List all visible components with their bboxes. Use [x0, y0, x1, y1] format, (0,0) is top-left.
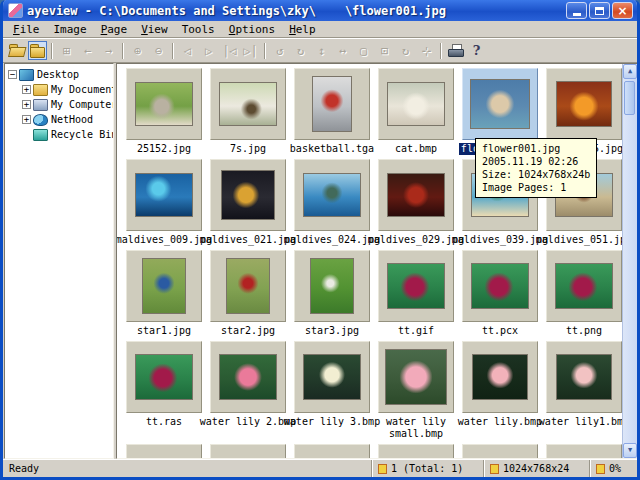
page-icon: [490, 464, 499, 474]
tree-item-label: Recycle Bin: [51, 129, 114, 140]
scroll-down-button[interactable]: ▼: [623, 443, 637, 458]
thumbnail-grid: 25152.jpg7s.jpgbasketball.tgacat.bmpflow…: [117, 64, 637, 459]
thumbnail-item-partial[interactable]: [290, 444, 374, 459]
thumbnail-item[interactable]: maldives_029.jpg: [374, 159, 458, 246]
thumbnail-frame: [546, 68, 622, 140]
tree-item-desktop[interactable]: −Desktop: [5, 67, 113, 82]
menu-bar: FileImagePageViewToolsOptionsHelp: [3, 21, 637, 38]
tree-item-nethood[interactable]: +NetHood: [5, 112, 113, 127]
minimize-button[interactable]: [566, 2, 587, 19]
scroll-up-button[interactable]: ▲: [623, 64, 637, 79]
thumbnail-photo: [303, 354, 361, 400]
print-button[interactable]: [446, 41, 465, 60]
thumbnail-item[interactable]: tt.ras: [122, 341, 206, 440]
thumbnail-frame: [378, 250, 454, 322]
menu-help[interactable]: Help: [282, 22, 323, 37]
menu-options[interactable]: Options: [222, 22, 282, 37]
thumbnail-item[interactable]: water lily1.bmp: [542, 341, 626, 440]
thumbnail-frame: [378, 68, 454, 140]
tree-item-my-computer[interactable]: +My Computer: [5, 97, 113, 112]
thumbnail-photo: [219, 82, 277, 126]
thumbnail-item-partial[interactable]: [206, 444, 290, 459]
thumbnail-item[interactable]: star1.jpg: [122, 250, 206, 337]
expand-box[interactable]: +: [22, 85, 31, 94]
rotate-left-icon: ↺: [276, 45, 283, 57]
desktop-icon: [19, 69, 34, 81]
thumbnail-photo: [385, 349, 447, 405]
thumbnail-item[interactable]: maldives_009.jpg: [122, 159, 206, 246]
tree-item-recycle-bin[interactable]: Recycle Bin: [5, 127, 113, 142]
thumbnail-item[interactable]: cat.bmp: [374, 68, 458, 155]
thumbnail-item[interactable]: star3.jpg: [290, 250, 374, 337]
page-icon: [596, 464, 605, 474]
browse-folders-button[interactable]: [28, 41, 47, 60]
arrows-horizontal-icon: ↔: [339, 45, 346, 57]
close-button[interactable]: ×: [612, 2, 633, 19]
thumbnail-item[interactable]: basketball.tga: [290, 68, 374, 155]
rotate-right-button: ↻: [291, 41, 310, 60]
thumbnail-item[interactable]: 25152.jpg: [122, 68, 206, 155]
page-add-icon: ⊡: [381, 45, 388, 57]
toolbar-separator: [264, 43, 266, 59]
pages-icon: ⊞: [63, 45, 70, 57]
thumbnail-photo: [312, 76, 352, 132]
thumbnail-item[interactable]: star2.jpg: [206, 250, 290, 337]
thumbnail-frame: [210, 444, 286, 459]
collapse-box[interactable]: −: [8, 70, 17, 79]
menu-view[interactable]: View: [134, 22, 175, 37]
title-bar[interactable]: ayeview - C:\Documents and Settings\zky\…: [3, 0, 637, 21]
refresh-button: ↻: [396, 41, 415, 60]
thumbnail-item[interactable]: maldives_021.jpg: [206, 159, 290, 246]
triangle-bar-right-icon: ▷|: [243, 45, 257, 57]
thumbnail-item[interactable]: tt.pcx: [458, 250, 542, 337]
tree-item-my-document[interactable]: +My Document: [5, 82, 113, 97]
expand-box[interactable]: +: [22, 100, 31, 109]
scrollbar-thumb[interactable]: [624, 81, 635, 115]
fit-height-button: ↕: [312, 41, 331, 60]
chevron-down-icon: ▼: [628, 447, 632, 454]
thumbnail-frame: [294, 159, 370, 231]
thumbnail-item[interactable]: water lily small.bmp: [374, 341, 458, 440]
scrollbar-track[interactable]: [623, 79, 637, 443]
thumbnail-photo: [556, 81, 612, 127]
vertical-scrollbar[interactable]: ▲ ▼: [622, 64, 637, 458]
thumbnail-label: maldives_051.jpg: [535, 234, 633, 246]
status-panel: 1024x768x24: [483, 460, 589, 477]
thumbnail-item[interactable]: tt.png: [542, 250, 626, 337]
crosshair-icon: ⊹: [421, 45, 431, 57]
thumbnail-item[interactable]: tt.gif: [374, 250, 458, 337]
next-image-button: ▷: [199, 41, 218, 60]
zoom-in-button: ⊕: [128, 41, 147, 60]
thumbnail-frame: [462, 444, 538, 459]
thumbnail-item-partial[interactable]: [374, 444, 458, 459]
thumbnail-photo: [135, 173, 193, 217]
forward-button: →: [99, 41, 118, 60]
menu-tools[interactable]: Tools: [175, 22, 222, 37]
thumbnail-photo: [226, 258, 270, 314]
thumbnail-item-partial[interactable]: [458, 444, 542, 459]
thumbnail-frame: [210, 159, 286, 231]
fit-width-button: ↔: [333, 41, 352, 60]
open-button[interactable]: [7, 41, 26, 60]
menu-file[interactable]: File: [6, 22, 47, 37]
help-button[interactable]: ?: [467, 41, 486, 60]
thumbnail-item[interactable]: water lily.bmp: [458, 341, 542, 440]
thumbnail-item-partial[interactable]: [122, 444, 206, 459]
thumbnail-item[interactable]: water lily 3.bmp: [290, 341, 374, 440]
previous-image-button: ◁: [178, 41, 197, 60]
thumbnail-item[interactable]: water lily 2.bmp: [206, 341, 290, 440]
restore-button[interactable]: [589, 2, 610, 19]
thumbnail-item-partial[interactable]: [542, 444, 626, 459]
arrow-left-icon: ←: [84, 45, 91, 57]
thumbnail-frame: [294, 341, 370, 413]
expand-box[interactable]: +: [22, 115, 31, 124]
menu-page[interactable]: Page: [94, 22, 135, 37]
thumbnail-item[interactable]: maldives_024.jpg: [290, 159, 374, 246]
thumbnail-frame: [126, 250, 202, 322]
thumbnail-item[interactable]: 7s.jpg: [206, 68, 290, 155]
thumbnail-frame: [378, 341, 454, 413]
toolbar: ⊞←→⊕⊖◁▷|◁▷|↺↻↕↔▢⊡↻⊹?: [3, 38, 637, 63]
menu-image[interactable]: Image: [47, 22, 94, 37]
chevron-up-icon: ▲: [628, 68, 632, 75]
thumbnail-frame: [126, 159, 202, 231]
